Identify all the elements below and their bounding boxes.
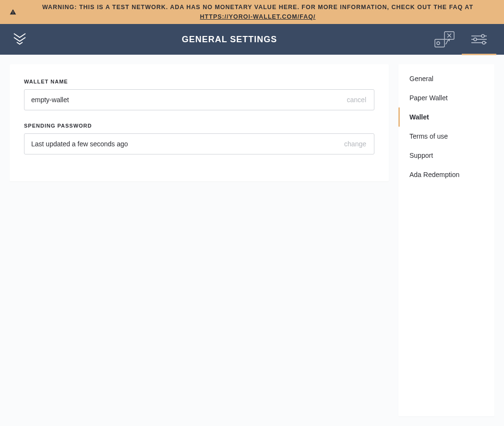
sidebar-item-general[interactable]: General [398,69,494,88]
settings-sidebar: General Paper Wallet Wallet Terms of use… [398,64,494,416]
settings-icon[interactable] [462,24,496,55]
svg-point-2 [437,42,440,45]
svg-point-6 [474,38,477,41]
spending-password-field-row: Last updated a few seconds ago change [24,133,374,154]
warning-text: WARNING: THIS IS A TEST NETWORK. ADA HAS… [42,4,473,11]
wallet-name-label: WALLET NAME [24,79,374,84]
sidebar-item-support[interactable]: Support [398,146,494,165]
svg-point-4 [481,35,484,37]
page-title: GENERAL SETTINGS [32,35,427,45]
warning-icon [10,9,16,15]
faq-link[interactable]: HTTPS://YOROI-WALLET.COM/FAQ/ [200,13,316,20]
sidebar-item-ada-redemption[interactable]: Ada Redemption [398,165,494,184]
testnet-warning-banner: WARNING: THIS IS A TEST NETWORK. ADA HAS… [0,0,504,24]
logo-icon[interactable] [8,32,32,47]
nav-bar: GENERAL SETTINGS [0,24,504,55]
wallet-name-input[interactable] [31,96,346,104]
wallet-transfer-icon[interactable] [427,24,462,55]
spending-password-status: Last updated a few seconds ago [31,140,343,148]
spending-password-label: SPENDING PASSWORD [24,123,374,129]
sidebar-item-paper-wallet[interactable]: Paper Wallet [398,88,494,107]
svg-point-8 [482,41,485,44]
sidebar-item-wallet[interactable]: Wallet [398,107,494,127]
wallet-name-cancel-button[interactable]: cancel [346,96,367,104]
wallet-name-field-row: cancel [24,89,374,110]
sidebar-item-terms-of-use[interactable]: Terms of use [398,127,494,146]
spending-password-change-button[interactable]: change [343,140,367,148]
settings-panel: WALLET NAME cancel SPENDING PASSWORD Las… [10,64,389,181]
